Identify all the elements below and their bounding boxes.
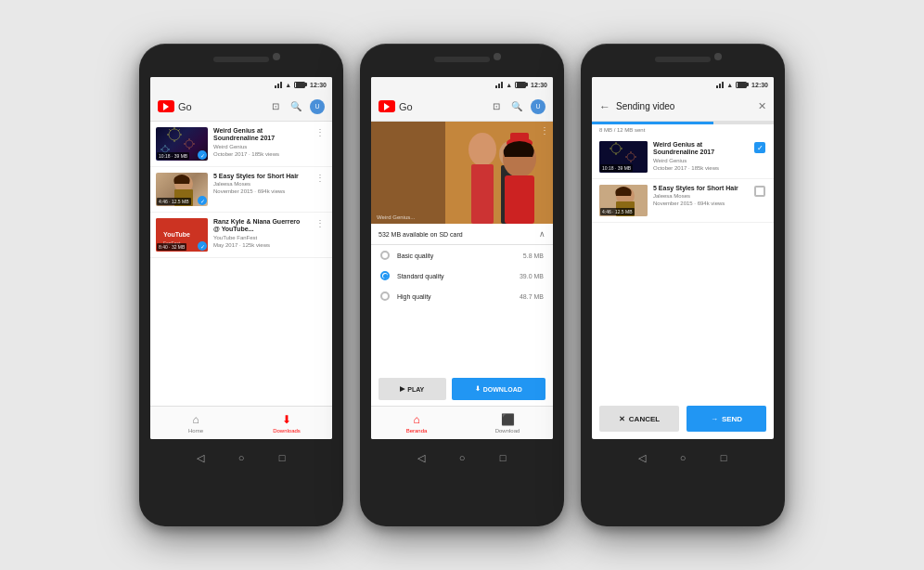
send-actions-3: ✕ CANCEL → SEND: [592, 398, 774, 439]
home-nav-2[interactable]: ○: [455, 450, 469, 465]
play-icon-2: ▶: [400, 385, 404, 393]
recents-nav-3[interactable]: □: [716, 450, 731, 465]
cancel-label-3: CANCEL: [629, 415, 660, 423]
app-logo-1: Go: [158, 100, 192, 112]
video-views-1: October 2017 · 185k views: [213, 151, 308, 159]
progress-label-3: 8 MB / 12 MB sent: [592, 124, 774, 136]
more-button-1[interactable]: ⋮: [314, 127, 327, 137]
search-icon-2[interactable]: 🔍: [510, 100, 523, 113]
cast-icon-2[interactable]: ⊡: [490, 100, 503, 113]
check-badge-3: ✓: [198, 241, 207, 251]
avatar-2[interactable]: U: [531, 99, 545, 114]
svg-point-7: [186, 140, 193, 148]
back-nav-2[interactable]: ◁: [414, 450, 429, 465]
quality-high-label: High quality: [397, 293, 512, 300]
dialog-actions-2: ▶ PLAY ⬇ DOWNLOAD: [371, 372, 553, 406]
send-video-views-1: October 2017 · 185k views: [653, 165, 748, 173]
back-button-3[interactable]: ←: [599, 100, 610, 113]
app-title-1: Go: [178, 101, 192, 112]
send-video-item-1[interactable]: 10:18 · 39 MB Weird Genius at Soundrenal…: [592, 136, 774, 179]
radio-basic[interactable]: [380, 251, 390, 260]
download-button-2[interactable]: ⬇ DOWNLOAD: [452, 378, 546, 400]
bottom-nav-2: ⌂ Beranda ⬛ Download: [371, 406, 553, 439]
download-nav-icon-2: ⬛: [501, 413, 515, 426]
recents-nav-2[interactable]: □: [495, 450, 510, 465]
search-icon-1[interactable]: 🔍: [289, 100, 302, 113]
app-bar-1: Go ⊡ 🔍 U: [150, 92, 332, 122]
battery-icon-3: [736, 82, 747, 88]
more-button-2[interactable]: ⋮: [314, 173, 327, 183]
send-icon-3: →: [711, 415, 718, 423]
thumbnail-3: YouTube FanFest 8:40 · 32 MB ✓: [156, 218, 208, 252]
radio-standard[interactable]: [380, 271, 390, 280]
quality-basic-size: 5.8 MB: [523, 253, 544, 259]
phone-3: ▲ 12:30 ← Sending video ✕ 8 MB / 12 MB s…: [581, 44, 785, 526]
download-label-2: DOWNLOAD: [483, 386, 522, 393]
svg-rect-29: [505, 175, 534, 224]
quality-basic[interactable]: Basic quality 5.8 MB: [371, 245, 553, 266]
battery-icon: [294, 82, 305, 88]
video-title-2: 5 Easy Styles for Short Hair: [213, 173, 308, 180]
phone-1-screen: ▲ 12:30 Go ⊡ 🔍 U: [150, 77, 332, 439]
nav-tab-beranda-2[interactable]: ⌂ Beranda: [371, 407, 462, 439]
app-logo-2: Go: [379, 100, 413, 112]
quality-standard[interactable]: Standard quality 39.0 MB: [371, 266, 553, 286]
thumbnail-2: 4:46 · 12.5 MB ✓: [156, 173, 208, 206]
nav-tab-home-1[interactable]: ⌂ Home: [150, 407, 241, 439]
wifi-icon: ▲: [285, 82, 291, 88]
checkbox-2[interactable]: [753, 185, 766, 198]
video-item-3[interactable]: YouTube FanFest 8:40 · 32 MB ✓ Ranz Kyle…: [150, 213, 332, 258]
storage-label-2: 532 MB available on SD card: [379, 231, 463, 238]
video-info-1: Weird Genius at Soundrenaline 2017 Weird…: [213, 127, 308, 158]
video-views-2: November 2015 · 694k views: [213, 188, 308, 196]
status-time-2: 12:30: [531, 82, 547, 88]
send-video-info-1: Weird Genius at Soundrenaline 2017 Weird…: [653, 141, 748, 172]
home-nav-1[interactable]: ○: [234, 450, 249, 465]
svg-rect-25: [471, 164, 494, 224]
checkbox-1[interactable]: ✓: [753, 141, 766, 154]
send-button-3[interactable]: → SEND: [687, 406, 766, 432]
home-nav-3[interactable]: ○: [675, 450, 690, 465]
send-video-channel-2: Jaleesa Moses: [653, 193, 748, 201]
thumbnail-1: 10:18 · 39 MB ✓: [156, 127, 208, 161]
send-video-info-2: 5 Easy Styles for Short Hair Jaleesa Mos…: [653, 185, 748, 208]
nav-tab-downloads-1[interactable]: ⬇ Downloads: [241, 407, 332, 439]
checkbox-checked-1: ✓: [754, 142, 765, 153]
wifi-icon-3: ▲: [726, 82, 733, 88]
video-item-2[interactable]: 4:46 · 12.5 MB ✓ 5 Easy Styles for Short…: [150, 167, 332, 213]
quality-high[interactable]: High quality 48.7 MB: [371, 286, 553, 306]
send-video-item-2[interactable]: 4:46 · 12.5 MB 5 Easy Styles for Short H…: [592, 179, 774, 223]
close-button-3[interactable]: ✕: [758, 100, 766, 112]
download-icon-2: ⬇: [475, 385, 481, 393]
video-views-3: May 2017 · 125k views: [213, 242, 308, 250]
send-duration-1: 10:18 · 39 MB: [600, 164, 633, 172]
recents-nav-1[interactable]: □: [275, 450, 289, 465]
duration-label-3: 8:40 · 32 MB: [157, 243, 186, 251]
svg-line-6: [178, 129, 179, 130]
video-item-1[interactable]: 10:18 · 39 MB ✓ Weird Genius at Soundren…: [150, 122, 332, 167]
signal-icon-3: [716, 81, 724, 88]
nav-tab-download-2[interactable]: ⬛ Download: [462, 407, 553, 439]
play-label-2: PLAY: [407, 386, 424, 393]
cast-icon-1[interactable]: ⊡: [269, 100, 282, 113]
play-button-2[interactable]: ▶ PLAY: [379, 378, 446, 400]
status-bar-3: ▲ 12:30: [592, 77, 774, 92]
check-badge-2: ✓: [198, 196, 207, 205]
video-title-overlay-2: Weird Genius...: [377, 214, 415, 220]
phone-1-nav: ◁ ○ □: [193, 447, 289, 465]
svg-point-0: [169, 129, 180, 140]
duration-label-1: 10:18 · 39 MB: [157, 152, 189, 160]
more-button-3[interactable]: ⋮: [314, 218, 327, 228]
video-list-1: 10:18 · 39 MB ✓ Weird Genius at Soundren…: [150, 122, 332, 406]
dialog-sheet-2: 532 MB available on SD card ∧ Basic qual…: [371, 224, 553, 406]
app-actions-2: ⊡ 🔍 U: [490, 99, 545, 114]
chevron-icon-2[interactable]: ∧: [539, 229, 545, 239]
cancel-button-3[interactable]: ✕ CANCEL: [599, 406, 679, 432]
back-nav-3[interactable]: ◁: [635, 450, 649, 465]
radio-high[interactable]: [380, 291, 390, 301]
back-nav-1[interactable]: ◁: [193, 450, 208, 465]
more-overlay-2[interactable]: ⋮: [540, 125, 549, 136]
avatar-1[interactable]: U: [310, 99, 325, 114]
cancel-icon-3: ✕: [619, 415, 625, 423]
downloads-icon-1: ⬇: [282, 413, 291, 426]
